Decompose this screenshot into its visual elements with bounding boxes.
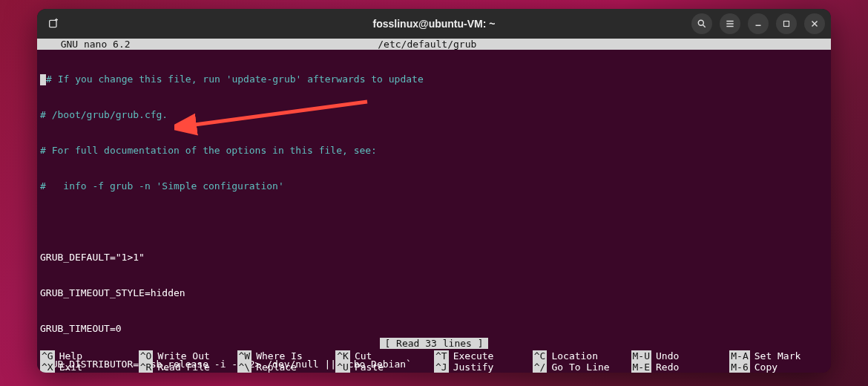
shortcut-paste: ^UPaste — [335, 362, 434, 373]
shortcut-whereis: ^WWhere Is — [237, 350, 336, 362]
hamburger-menu-button[interactable] — [720, 13, 740, 34]
file-line — [40, 216, 828, 228]
maximize-button[interactable] — [776, 13, 797, 34]
file-line: GRUB_TIMEOUT=0 — [40, 323, 828, 335]
nano-app-label: GNU nano 6.2 — [40, 39, 131, 50]
shortcut-help: ^GHelp — [40, 350, 139, 362]
svg-rect-9 — [784, 22, 789, 27]
terminal-body[interactable]: GNU nano 6.2 /etc/default/grub # If you … — [37, 39, 831, 373]
titlebar: fosslinux@ubuntu-VM: ~ — [37, 9, 831, 39]
shortcut-redo: M-ERedo — [631, 362, 730, 373]
shortcut-setmark: M-ASet Mark — [729, 350, 828, 362]
close-button[interactable] — [804, 13, 825, 34]
terminal-window: fosslinux@ubuntu-VM: ~ GNU nano 6.2 /etc… — [37, 9, 831, 373]
svg-rect-0 — [50, 20, 56, 27]
file-line: # info -f grub -n 'Simple configuration' — [40, 180, 828, 192]
shortcut-writeout: ^OWrite Out — [139, 350, 237, 362]
new-tab-button[interactable] — [43, 13, 64, 34]
cursor — [40, 74, 46, 85]
svg-point-3 — [698, 20, 703, 25]
shortcut-execute: ^TExecute — [434, 350, 533, 362]
editor-content[interactable]: # If you change this file, run 'update-g… — [37, 50, 831, 373]
minimize-button[interactable] — [748, 13, 769, 34]
shortcut-location: ^CLocation — [533, 350, 631, 362]
shortcut-exit: ^XExit — [40, 362, 139, 373]
search-button[interactable] — [691, 13, 712, 34]
file-line: GRUB_TIMEOUT_STYLE=hidden — [40, 287, 828, 299]
nano-status: [ Read 33 lines ] — [37, 338, 831, 349]
shortcut-justify: ^JJustify — [434, 362, 533, 373]
shortcut-copy: M-6Copy — [729, 362, 828, 373]
file-line: # For full documentation of the options … — [40, 145, 828, 157]
file-line: GRUB_DEFAULT="1>1" — [40, 252, 828, 264]
shortcut-replace: ^\Replace — [237, 362, 336, 373]
shortcut-cut: ^KCut — [335, 350, 434, 362]
shortcut-row-2: ^XExit ^RRead File ^\Replace ^UPaste ^JJ… — [37, 362, 831, 373]
nano-file-path: /etc/default/grub — [378, 39, 476, 50]
shortcut-row-1: ^GHelp ^OWrite Out ^WWhere Is ^KCut ^TEx… — [37, 350, 831, 362]
file-line: # If you change this file, run 'update-g… — [46, 73, 424, 85]
file-line: # /boot/grub/grub.cfg. — [40, 109, 828, 121]
shortcut-gotoline: ^/Go To Line — [533, 362, 631, 373]
shortcut-undo: M-UUndo — [631, 350, 730, 362]
svg-line-4 — [703, 24, 705, 27]
shortcut-readfile: ^RRead File — [139, 362, 237, 373]
nano-header: GNU nano 6.2 /etc/default/grub — [37, 39, 831, 50]
